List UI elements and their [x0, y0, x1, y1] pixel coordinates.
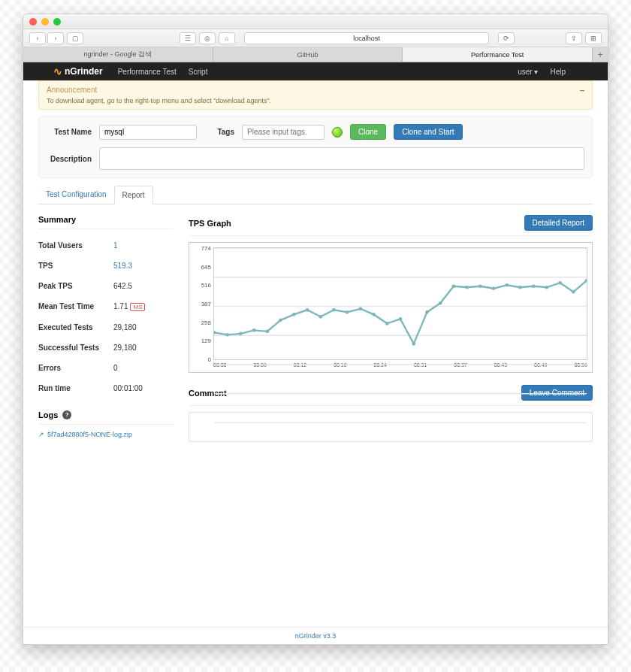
summary-row: Peak TPS642.5 — [38, 276, 174, 296]
summary-value: 642.5 — [113, 282, 132, 290]
summary-key: Errors — [38, 364, 113, 372]
summary-row: Errors0 — [38, 358, 174, 378]
announcement-body: To download agent, go to the right-top m… — [47, 97, 584, 104]
svg-point-17 — [346, 310, 349, 314]
svg-point-21 — [399, 317, 403, 321]
tags-input[interactable] — [242, 125, 325, 140]
summary-key: Run time — [38, 384, 113, 392]
log-file-link[interactable]: ↗ 5f7ad42880f5-NONE-log.zip — [38, 431, 174, 438]
new-tab-button[interactable]: + — [593, 47, 608, 62]
brand-name: nGrinder — [65, 66, 103, 77]
close-icon[interactable] — [29, 18, 37, 26]
summary-value: 519.3 — [113, 262, 132, 270]
zoom-icon[interactable] — [53, 18, 61, 26]
home-button[interactable]: ⌂ — [219, 32, 235, 44]
tps-chart: 0129258387516645774 00.0000.0600.1200.18… — [189, 242, 593, 373]
shield-icon[interactable]: ◎ — [199, 32, 216, 44]
test-form: Test Name Tags Clone Clone and Start Des… — [38, 116, 593, 178]
forward-button[interactable]: › — [47, 32, 64, 44]
svg-point-16 — [332, 308, 336, 312]
announcement-title: Announcement — [47, 86, 584, 94]
summary-value: 1.71MS — [113, 302, 145, 311]
svg-point-22 — [412, 342, 415, 346]
summary-key: Executed Tests — [38, 323, 113, 331]
svg-point-9 — [239, 332, 243, 336]
svg-point-15 — [319, 315, 322, 319]
summary-key: Mean Test Time — [38, 302, 113, 311]
nav-user-menu[interactable]: user ▾ — [518, 68, 538, 76]
summary-key: Peak TPS — [38, 282, 113, 290]
browser-tab[interactable]: ngrinder - Google 검색 — [23, 47, 213, 62]
svg-point-12 — [279, 318, 282, 322]
summary-row: Successful Tests29,180 — [38, 338, 174, 358]
svg-point-31 — [532, 284, 536, 288]
external-link-icon: ↗ — [38, 431, 44, 438]
collapse-icon[interactable]: – — [580, 86, 584, 95]
browser-tab[interactable]: Performance Test — [403, 47, 593, 62]
status-indicator-icon — [332, 127, 343, 138]
summary-row: Mean Test Time1.71MS — [38, 296, 174, 317]
brand-logo-icon: ∿ — [53, 65, 62, 77]
svg-point-8 — [225, 333, 229, 337]
summary-row: Executed Tests29,180 — [38, 317, 174, 338]
svg-point-26 — [465, 286, 469, 289]
svg-point-14 — [306, 308, 309, 312]
reader-button[interactable]: ☰ — [180, 32, 196, 44]
summary-key: TPS — [38, 262, 113, 270]
summary-value: 29,180 — [113, 344, 137, 352]
svg-point-20 — [385, 322, 389, 325]
svg-point-27 — [479, 284, 482, 288]
browser-toolbar: ‹ › ▢ ☰ ◎ ⌂ localhost ⟳ ⇪ ⊞ — [23, 29, 608, 47]
summary-key: Total Vusers — [38, 241, 113, 250]
help-icon[interactable]: ? — [62, 410, 71, 419]
summary-row: TPS519.3 — [38, 256, 174, 276]
svg-point-34 — [572, 290, 575, 294]
page-tabs: Test Configuration Report — [38, 186, 593, 204]
tags-label: Tags — [204, 128, 234, 136]
share-button[interactable]: ⇪ — [566, 32, 582, 44]
svg-point-30 — [518, 286, 522, 289]
summary-value: 29,180 — [113, 323, 137, 331]
url-text: localhost — [353, 35, 380, 42]
svg-point-11 — [266, 330, 270, 334]
clone-button[interactable]: Clone — [350, 124, 386, 140]
svg-point-28 — [492, 286, 496, 290]
sidebar-button[interactable]: ▢ — [67, 32, 83, 44]
svg-point-25 — [452, 284, 456, 288]
svg-point-23 — [425, 310, 429, 314]
summary-row: Run time00:01:00 — [38, 378, 174, 398]
svg-point-29 — [505, 283, 509, 287]
nav-help[interactable]: Help — [550, 68, 566, 76]
reload-button[interactable]: ⟳ — [498, 32, 515, 44]
testname-input[interactable] — [99, 125, 197, 140]
minimize-icon[interactable] — [41, 18, 49, 26]
svg-point-10 — [252, 328, 256, 332]
browser-tabbar: ngrinder - Google 검색 GitHub Performance … — [23, 47, 608, 62]
svg-point-32 — [545, 286, 549, 289]
nav-script[interactable]: Script — [189, 68, 208, 76]
tps-heading: TPS Graph — [189, 219, 231, 228]
description-input[interactable] — [99, 147, 584, 170]
detailed-report-button[interactable]: Detailed Report — [524, 215, 593, 231]
tab-test-configuration[interactable]: Test Configuration — [38, 186, 114, 204]
url-bar[interactable]: localhost — [244, 32, 489, 44]
clone-start-button[interactable]: Clone and Start — [394, 124, 463, 140]
logs-heading: Logs — [38, 410, 58, 419]
summary-value: 1 — [113, 241, 118, 250]
announcement-panel: Announcement To download agent, go to th… — [38, 80, 593, 110]
back-button[interactable]: ‹ — [29, 32, 46, 44]
nav-performance-test[interactable]: Performance Test — [118, 68, 177, 76]
tabs-button[interactable]: ⊞ — [585, 32, 602, 44]
tab-report[interactable]: Report — [114, 186, 153, 204]
browser-tab[interactable]: GitHub — [213, 47, 403, 62]
svg-point-33 — [558, 281, 562, 285]
testname-label: Test Name — [47, 128, 92, 136]
svg-point-18 — [359, 307, 363, 310]
browser-window: ‹ › ▢ ☰ ◎ ⌂ localhost ⟳ ⇪ ⊞ ngrinder - G… — [23, 14, 608, 645]
svg-point-19 — [372, 313, 376, 316]
ms-badge: MS — [130, 303, 145, 311]
svg-point-13 — [292, 313, 296, 316]
summary-value: 00:01:00 — [113, 384, 143, 392]
summary-key: Successful Tests — [38, 344, 113, 352]
page-content: Announcement To download agent, go to th… — [23, 80, 608, 631]
